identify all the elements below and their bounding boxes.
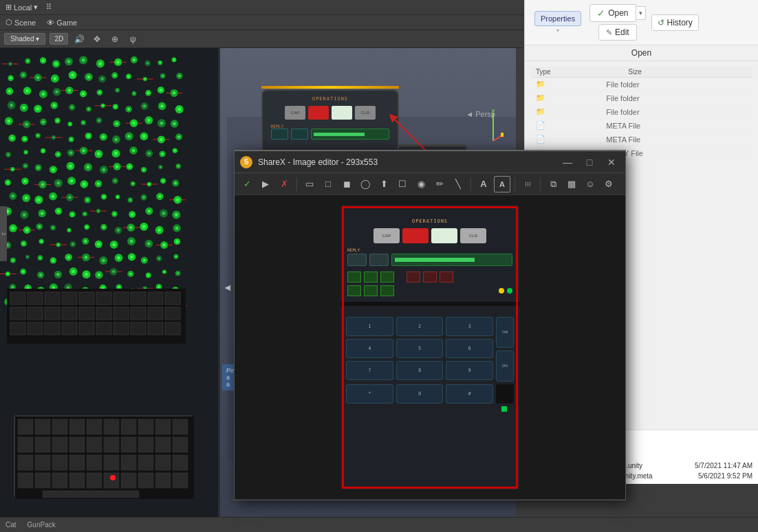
file-type-2: File folder bbox=[606, 94, 676, 102]
file-row-folder1: 📁 File folder bbox=[530, 78, 752, 91]
green-indicator bbox=[507, 288, 512, 293]
edited-image-container: OPERATIONS CAP CLR REPLY bbox=[340, 205, 519, 490]
toolbar-sep1 bbox=[296, 177, 297, 191]
edit-icon: ✎ bbox=[606, 28, 612, 37]
sharex-canvas: OPERATIONS CAP CLR REPLY bbox=[235, 195, 625, 499]
tool-play[interactable]: ▶ bbox=[257, 176, 274, 192]
tool-cancel[interactable]: ✗ bbox=[276, 176, 292, 192]
keyboard-model bbox=[14, 415, 193, 498]
effect-tool[interactable]: ψ bbox=[126, 32, 140, 46]
layers-tool[interactable]: ⊕ bbox=[108, 32, 122, 46]
tool-check[interactable]: ✓ bbox=[239, 176, 255, 192]
reply-bar-main bbox=[391, 254, 512, 266]
ctrl-row-2 bbox=[347, 285, 512, 296]
tool-paste[interactable]: ▩ bbox=[563, 176, 580, 192]
gunpack-label: GunPack bbox=[28, 521, 56, 529]
history-button[interactable]: ↺ History bbox=[651, 14, 699, 31]
close-icon: ✕ bbox=[607, 157, 616, 168]
tool-text[interactable]: A bbox=[475, 176, 492, 192]
tool-rect[interactable]: □ bbox=[320, 176, 336, 192]
minimize-icon: — bbox=[563, 157, 572, 168]
sharex-logo-icon: S bbox=[240, 156, 252, 168]
nav-arrow-left[interactable]: ◄ bbox=[223, 282, 232, 293]
properties-expand-icon: ▾ bbox=[556, 27, 559, 34]
open-edit-history-group: ✓ Open ▾ ✎ Edit bbox=[589, 4, 645, 41]
key-0: 0 bbox=[396, 384, 444, 403]
key-6: 6 bbox=[446, 339, 493, 358]
tool-sticker[interactable]: ⚙ bbox=[600, 176, 617, 192]
maximize-button[interactable]: □ bbox=[581, 154, 598, 170]
ctrl-row-1 bbox=[347, 271, 512, 282]
key-thr: THR bbox=[496, 317, 514, 348]
tool-emoji[interactable]: ☺ bbox=[582, 176, 598, 192]
scene-icon: ⬡ bbox=[6, 18, 12, 27]
edit-button[interactable]: ✎ Edit bbox=[598, 24, 637, 41]
game-icon: 👁 bbox=[47, 19, 54, 27]
ops-buttons-edited: CAP CLR bbox=[340, 228, 519, 243]
move-tool[interactable]: ✥ bbox=[90, 32, 104, 46]
open-section-label: Open bbox=[525, 45, 758, 61]
tool-circle[interactable]: ◯ bbox=[357, 176, 373, 192]
tool-line[interactable]: ╲ bbox=[450, 176, 466, 192]
key-2: 2 bbox=[396, 317, 444, 336]
white-btn-edited bbox=[431, 228, 457, 243]
tool-fill[interactable]: ◼ bbox=[338, 176, 355, 192]
minimize-button[interactable]: — bbox=[559, 154, 576, 170]
file-icon-5: 📄 bbox=[536, 135, 606, 144]
fe-right-toolbar: Properties ▾ ✓ Open ▾ ✎ Edit ↺ History bbox=[525, 0, 758, 45]
local-dropdown[interactable]: ⊞ Local ▾ bbox=[6, 3, 38, 12]
tool-select[interactable]: ☐ bbox=[394, 176, 411, 192]
properties-button[interactable]: Properties bbox=[534, 11, 581, 26]
open-dropdown-arrow[interactable]: ▾ bbox=[636, 6, 646, 20]
tool-pen[interactable]: ✏ bbox=[431, 176, 448, 192]
keypad-grid-top: 1 2 3 4 5 6 7 8 9 bbox=[346, 317, 493, 380]
close-button[interactable]: ✕ bbox=[603, 154, 620, 170]
file-row-meta2: 📄 META File bbox=[530, 133, 752, 146]
game-tab-label: Game bbox=[56, 19, 77, 27]
key-hash: # bbox=[446, 384, 493, 403]
ctrl-btn-g2 bbox=[364, 271, 378, 282]
tool-crop[interactable]: ▭ bbox=[301, 176, 318, 192]
green-check-icon: ✓ bbox=[597, 8, 605, 19]
red-btn-edited bbox=[402, 228, 429, 243]
clue-btn-edited: CLR bbox=[460, 228, 486, 243]
shaded-dropdown[interactable]: Shaded ▾ bbox=[4, 33, 45, 45]
tool-count[interactable]: ⁞⁞⁞ bbox=[519, 176, 536, 192]
2d-toggle[interactable]: 2D bbox=[50, 33, 68, 45]
sound-toggle[interactable]: 🔊 bbox=[72, 32, 86, 46]
file-row-meta1: 📄 META File bbox=[530, 119, 752, 133]
ops-top-indicator bbox=[261, 86, 399, 89]
reply-label-edited: REPLY bbox=[340, 243, 519, 254]
tool-cursor[interactable]: ⬆ bbox=[376, 176, 392, 192]
tool-blur[interactable]: ◉ bbox=[413, 176, 429, 192]
folder-icon-3: 📁 bbox=[536, 107, 606, 116]
chevron-down-icon: ▾ bbox=[36, 35, 39, 43]
key-5: 5 bbox=[396, 339, 444, 358]
reply-bar-fill-main bbox=[395, 258, 475, 262]
ctrl-btn-g6 bbox=[380, 285, 394, 296]
tool-text-outline[interactable]: A bbox=[494, 176, 510, 192]
key-9: 9 bbox=[446, 361, 493, 380]
toolbar-sep4 bbox=[540, 177, 541, 191]
key-star: * bbox=[346, 384, 393, 403]
keypad-section: 1 2 3 4 5 6 7 8 9 * 0 bbox=[340, 311, 519, 417]
open-button[interactable]: ✓ Open bbox=[589, 4, 636, 22]
ctrl-btn-g4 bbox=[347, 285, 361, 296]
axis-indicator: y bbox=[483, 107, 503, 148]
ctrl-panel bbox=[340, 271, 519, 296]
bottom-indicators bbox=[346, 406, 514, 412]
toolbar-sep2 bbox=[470, 177, 471, 191]
reply-bar-container bbox=[311, 129, 389, 140]
tool-copy[interactable]: ⧉ bbox=[545, 176, 561, 192]
svg-rect-5 bbox=[501, 133, 503, 137]
side-number-tab: 2 bbox=[0, 206, 7, 261]
ctrl-btn-r2 bbox=[423, 271, 437, 282]
scene-tab[interactable]: ⬡ Scene bbox=[6, 18, 36, 27]
folder-icon-1: 📁 bbox=[536, 80, 606, 89]
chevron-icon: ▾ bbox=[34, 3, 38, 12]
grid-icon-btn[interactable]: ⠿ bbox=[46, 3, 52, 12]
file-row-folder3: 📁 File folder bbox=[530, 105, 752, 119]
file-type-4: META File bbox=[606, 122, 676, 130]
local-icon: ⊞ bbox=[6, 3, 12, 12]
game-tab[interactable]: 👁 Game bbox=[47, 19, 77, 27]
